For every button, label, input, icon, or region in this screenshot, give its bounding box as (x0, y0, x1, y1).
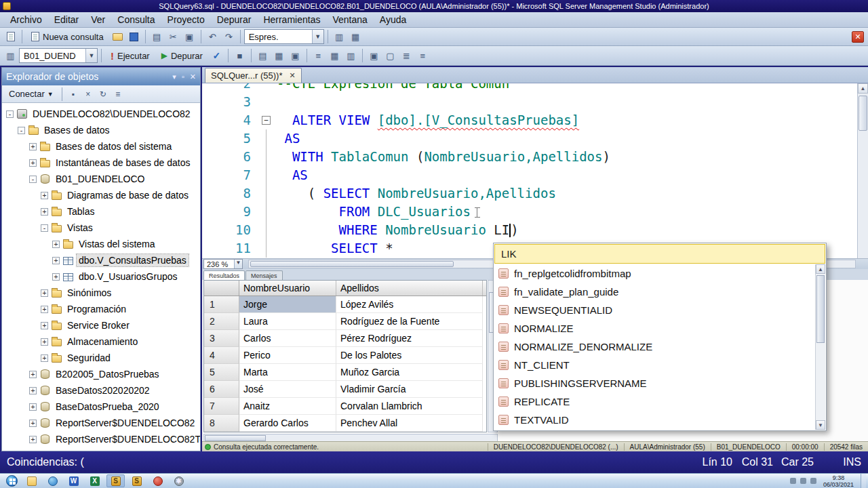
tree-item-b202005-datospruebas[interactable]: +B202005_DatosPruebas (2, 366, 200, 382)
tree-item-reportserver-duendeloco82[interactable]: +ReportServer$DUENDELOCO82 (2, 415, 200, 431)
popup-scrollbar[interactable]: ▲ ▼ (815, 264, 825, 430)
options-icon[interactable]: ▦ (348, 29, 363, 44)
refresh-icon[interactable]: ↻ (96, 87, 110, 101)
editor-vertical-scrollbar[interactable]: ▲ (857, 83, 868, 258)
comment-icon[interactable]: ▣ (366, 48, 382, 63)
expand-icon[interactable]: + (41, 354, 48, 362)
expand-icon[interactable]: + (29, 436, 37, 443)
tree-item-diagramas-de-base-de-datos[interactable]: +Diagramas de base de datos (2, 187, 200, 203)
cut-icon[interactable]: ✂ (165, 29, 181, 44)
grid-cell[interactable]: Anaitz (239, 398, 336, 415)
grid-cell[interactable] (239, 432, 336, 432)
uncomment-icon[interactable]: ▢ (382, 48, 398, 63)
expand-icon[interactable]: + (41, 338, 48, 346)
autocomplete-item-textvalid[interactable]: TEXTVALID (494, 411, 815, 429)
chevron-down-icon[interactable]: ▾ (172, 73, 176, 81)
grid-row-number[interactable]: 6 (204, 381, 239, 398)
grid-row-number[interactable]: 4 (204, 347, 239, 364)
close-icon[interactable]: ✕ (190, 73, 196, 81)
tree-item-seguridad[interactable]: +Seguridad (2, 350, 200, 366)
tab-sqlquery[interactable]: SQLQuer...r (55))* ✕ (205, 68, 302, 83)
grid-row-number[interactable]: 7 (204, 398, 239, 415)
expand-icon[interactable]: + (41, 306, 48, 313)
grid-row-number[interactable]: 8 (204, 415, 239, 432)
expand-icon[interactable]: + (41, 322, 48, 329)
menu-ayuda[interactable]: Ayuda (374, 13, 412, 26)
tree-item-instant-neas-de-bases-de-datos[interactable]: +Instantáneas de bases de datos (2, 155, 200, 171)
menu-herramientas[interactable]: Herramientas (257, 13, 326, 26)
tree-item-dbo-v-consultaspruebas[interactable]: +dbo.V_ConsultasPruebas (2, 252, 200, 268)
menu-archivo[interactable]: Archivo (4, 13, 48, 26)
tray-network-icon[interactable] (810, 478, 816, 484)
taskbar-clock[interactable]: 9:38 06/03/2021 (821, 474, 856, 488)
expand-icon[interactable]: + (29, 403, 37, 411)
chevron-down-icon[interactable]: ▼ (85, 49, 97, 62)
tray-arrow-icon[interactable] (790, 478, 796, 484)
tree-item-service-broker[interactable]: +Service Broker (2, 317, 200, 333)
collapse-region-icon[interactable]: − (262, 116, 271, 125)
expression-combo[interactable]: Espres. ▼ (244, 29, 324, 44)
grid-cell[interactable]: Carlos (239, 330, 336, 347)
indent-icon[interactable]: ≣ (399, 48, 414, 63)
grid-cell[interactable]: Pérez Rodríguez (336, 330, 483, 347)
taskbar-item-word[interactable]: W (64, 474, 83, 487)
tree-item-bases-de-datos-del-sistema[interactable]: +Bases de datos del sistema (2, 138, 200, 155)
grid-cell[interactable]: Laura (239, 313, 336, 330)
results-file-icon[interactable]: ▥ (343, 48, 359, 63)
grid-column-header-apellidos[interactable]: Apellidos (336, 281, 483, 296)
taskbar-item-recorder[interactable] (149, 474, 167, 487)
grid-cell[interactable]: Vladimir García (336, 381, 483, 398)
tree-item-bases-de-datos[interactable]: -Bases de datos (2, 122, 200, 138)
expand-icon[interactable]: + (29, 371, 37, 378)
grid-row-number[interactable]: 5 (204, 364, 239, 381)
taskbar-item-ssms[interactable]: S (106, 474, 125, 487)
autocomplete-item-fn-replgetcolidfrombitmap[interactable]: fn_replgetcolidfrombitmap (494, 264, 815, 283)
tree-item-vistas-del-sistema[interactable]: +Vistas del sistema (2, 236, 200, 252)
collapse-icon[interactable]: - (41, 224, 48, 232)
results-tab-mensajes[interactable]: Mensajes (245, 270, 283, 280)
new-query-button[interactable]: Nueva consulta (26, 29, 109, 44)
scrollbar-thumb[interactable] (250, 261, 454, 267)
grid-cell[interactable] (336, 432, 483, 432)
zoom-control[interactable]: 236 % ▼ (203, 259, 243, 269)
grid-cell[interactable]: Corvalan Llambrich (336, 398, 483, 415)
grid-cell[interactable]: Marta (239, 364, 336, 381)
open-file-icon[interactable] (110, 29, 125, 44)
tree-item-sin-nimos[interactable]: +Sinónimos (2, 285, 200, 301)
grid-column-header-nombreusuario[interactable]: NombreUsuario (239, 281, 336, 296)
chevron-down-icon[interactable]: ▼ (312, 30, 323, 43)
close-icon[interactable]: ✕ (289, 71, 295, 80)
close-icon[interactable]: ✕ (852, 31, 864, 43)
tree-item-basedatosprueba-2020[interactable]: +BaseDatosPrueba_2020 (2, 399, 200, 415)
autocomplete-item-replicate[interactable]: REPLICATE (494, 392, 815, 411)
autocomplete-item-newsequentialid[interactable]: NEWSEQUENTIALID (494, 301, 815, 319)
stop-icon[interactable]: × (81, 87, 95, 101)
grid-row-number[interactable]: 1 (204, 296, 239, 313)
parse-icon[interactable]: ✓ (209, 48, 224, 63)
start-button[interactable] (2, 474, 21, 488)
tree-item-programaci-n[interactable]: +Programación (2, 301, 200, 317)
grid-cell[interactable]: López Avilés (336, 296, 483, 313)
taskbar-item-settings[interactable]: ✱ (170, 474, 188, 487)
find-icon[interactable]: ▥ (332, 29, 347, 44)
scrollbar-thumb[interactable] (205, 435, 266, 441)
taskbar-item-ssms-2[interactable]: S (127, 474, 146, 487)
disconnect-icon[interactable]: ▪ (66, 87, 80, 101)
scroll-up-icon[interactable]: ▲ (816, 264, 825, 274)
redo-icon[interactable]: ↷ (221, 29, 237, 44)
grid-cell[interactable]: Gerardo Carlos (239, 415, 336, 432)
expand-icon[interactable]: + (29, 159, 37, 167)
undo-icon[interactable]: ↶ (205, 29, 220, 44)
menu-proyecto[interactable]: Proyecto (161, 13, 211, 26)
tree-item-reportserver-duendeloco82tempdb[interactable]: +ReportServer$DUENDELOCO82TempDB (2, 431, 200, 447)
execute-button[interactable]: ! Ejecutar (105, 48, 155, 63)
chevron-down-icon[interactable]: ▼ (234, 260, 242, 268)
autocomplete-item-normalize-denormalize[interactable]: NORMALIZE_DENORMALIZE (494, 338, 815, 356)
pin-icon[interactable]: ▫ (182, 73, 184, 81)
new-query-icon[interactable] (3, 29, 18, 44)
intellisense-icon[interactable]: ▣ (288, 48, 303, 63)
results-grid-icon[interactable]: ▦ (327, 48, 342, 63)
scrollbar-thumb[interactable] (816, 275, 825, 343)
tree-item-almacenamiento[interactable]: +Almacenamiento (2, 333, 200, 350)
grid-row-number[interactable]: 2 (204, 313, 239, 330)
